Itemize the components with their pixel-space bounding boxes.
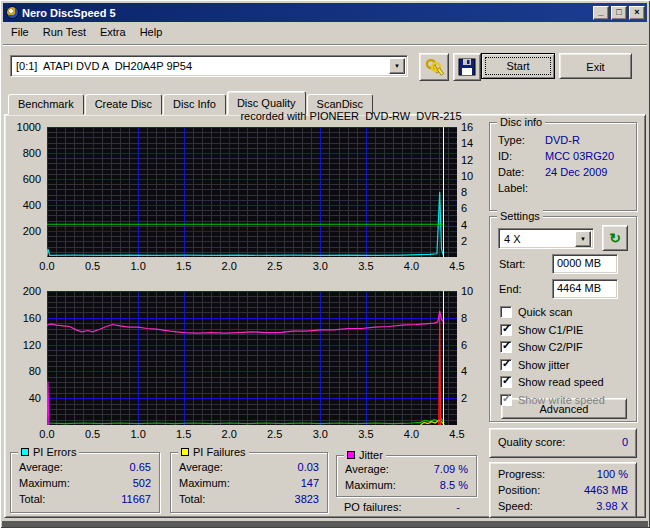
checkbox-show-c2-pif[interactable]: ✓Show C2/PIF	[500, 340, 583, 354]
minimize-icon[interactable]: _	[593, 6, 609, 20]
title-bar: Nero DiscSpeed 5 _ □ ×	[3, 3, 647, 22]
start-button[interactable]: Start	[481, 53, 555, 79]
row-label: Maximum:	[345, 479, 396, 491]
stat-row: Average:0.03	[171, 459, 327, 475]
stat-row: Progress:100 %	[490, 466, 636, 482]
close-icon[interactable]: ×	[629, 6, 645, 20]
row-value: 3823	[295, 493, 319, 505]
checkbox-quick-scan[interactable]: Quick scan	[500, 305, 572, 319]
row-value: 3.98 X	[596, 500, 628, 512]
pi-errors-legend: PI Errors	[33, 446, 76, 458]
unchecked-checkbox-icon[interactable]	[500, 306, 512, 318]
axis-tick-label: 4.0	[398, 428, 424, 440]
stat-row: Total:3823	[171, 491, 327, 507]
pi-errors-color-chip	[21, 448, 29, 456]
row-label: Average:	[345, 463, 389, 475]
axis-tick-label: 6	[461, 202, 467, 214]
quality-score-value: 0	[622, 436, 628, 448]
checkbox-show-jitter[interactable]: ✓Show jitter	[500, 358, 569, 372]
stat-row: Date:24 Dec 2009	[490, 164, 636, 180]
exit-button[interactable]: Exit	[559, 53, 632, 79]
app-window: Nero DiscSpeed 5 _ □ × FileRun TestExtra…	[0, 0, 650, 528]
axis-tick-label: 4.0	[398, 260, 424, 272]
checkbox-show-read-speed[interactable]: ✓Show read speed	[500, 375, 604, 389]
axis-tick-label: 4	[461, 365, 467, 377]
axis-tick-label: 8	[461, 312, 467, 324]
refresh-button[interactable]: ↻	[602, 225, 628, 251]
axis-tick-label: 4.5	[444, 428, 470, 440]
checked-checkbox-icon[interactable]: ✓	[500, 359, 512, 371]
checkbox-show-write-speed[interactable]: ✓Show write speed	[500, 393, 605, 407]
tab-create-disc[interactable]: Create Disc	[85, 94, 162, 115]
checkbox-label: Show C2/PIF	[518, 341, 583, 353]
checked-checkbox-icon[interactable]: ✓	[500, 341, 512, 353]
stat-row: Total:11667	[11, 491, 159, 507]
menu-item-run-test[interactable]: Run Test	[36, 24, 93, 42]
checkbox-show-c1-pie[interactable]: ✓Show C1/PIE	[500, 323, 583, 337]
axis-tick-label: 10	[461, 170, 473, 182]
menu-item-file[interactable]: File	[4, 24, 36, 42]
window-bottom-edge	[2, 520, 648, 527]
settings-group: Settings 4 X ▼ ↻ Start: 0000 MB End: 446…	[489, 216, 637, 422]
row-label: Maximum:	[179, 477, 230, 489]
stat-row: Average:7.09 %	[337, 461, 476, 477]
stat-row: ID:MCC 03RG20	[490, 148, 636, 164]
start-field-label: Start:	[499, 258, 525, 270]
drive-select-value: [0:1] ATAPI DVD A DH20A4P 9P54	[11, 60, 389, 72]
end-field[interactable]: 4464 MB	[552, 279, 618, 299]
maximize-icon[interactable]: □	[611, 6, 627, 20]
options-button[interactable]	[419, 53, 449, 81]
stat-row: Speed:3.98 X	[490, 498, 636, 514]
axis-tick-label: 1.5	[171, 428, 197, 440]
checkbox-label: Show write speed	[518, 394, 605, 406]
chevron-down-icon[interactable]: ▼	[575, 231, 591, 247]
axis-tick-label: 0.5	[80, 428, 106, 440]
axis-tick-label: 160	[10, 312, 41, 324]
chevron-down-icon[interactable]: ▼	[389, 58, 405, 74]
axis-tick-label: 200	[10, 225, 41, 237]
tab-disc-info[interactable]: Disc Info	[163, 94, 226, 115]
checked-checkbox-icon[interactable]: ✓	[500, 376, 512, 388]
menu-bar: FileRun TestExtraHelp	[4, 24, 646, 42]
checkbox-label: Show C1/PIE	[518, 324, 583, 336]
axis-tick-label: 8	[461, 186, 467, 198]
checked-checkbox-icon[interactable]: ✓	[500, 324, 512, 336]
floppy-icon	[458, 58, 476, 76]
menu-item-help[interactable]: Help	[133, 24, 170, 42]
row-label: Total:	[179, 493, 205, 505]
scan-speed-value: 4 X	[499, 233, 575, 245]
chart-plot-area	[47, 127, 457, 257]
stat-row: Label:	[490, 180, 636, 196]
axis-tick-label: 2.5	[262, 260, 288, 272]
axis-tick-label: 2.0	[216, 428, 242, 440]
axis-tick-label: 400	[10, 199, 41, 211]
axis-tick-label: 2.0	[216, 260, 242, 272]
drive-select[interactable]: [0:1] ATAPI DVD A DH20A4P 9P54 ▼	[10, 55, 408, 77]
disc-info-legend: Disc info	[497, 116, 545, 128]
refresh-icon: ↻	[609, 230, 621, 246]
axis-tick-label: 0.0	[34, 428, 60, 440]
checkbox-label: Quick scan	[518, 306, 572, 318]
axis-tick-label: 80	[10, 365, 41, 377]
speed-pie-chart: 10008006004002001614121086420.00.51.01.5…	[10, 121, 488, 274]
row-label: Label:	[498, 182, 545, 194]
end-field-label: End:	[499, 283, 522, 295]
row-label: Maximum:	[19, 477, 70, 489]
axis-tick-label: 0.5	[80, 260, 106, 272]
menu-item-extra[interactable]: Extra	[93, 24, 133, 42]
scan-speed-select[interactable]: 4 X ▼	[498, 228, 594, 249]
row-value: 24 Dec 2009	[545, 166, 607, 178]
axis-tick-label: 6	[461, 339, 467, 351]
quality-score-label: Quality score:	[498, 436, 565, 448]
start-field[interactable]: 0000 MB	[552, 254, 618, 274]
tab-benchmark[interactable]: Benchmark	[8, 94, 84, 115]
row-value: 502	[133, 477, 151, 489]
row-value: DVD-R	[545, 134, 580, 146]
axis-tick-label: 3.5	[353, 428, 379, 440]
start-button-label: Start	[485, 57, 551, 75]
checkbox-label: Show jitter	[518, 359, 569, 371]
checked-checkbox-icon[interactable]: ✓	[500, 394, 512, 406]
row-value: 11667	[121, 493, 151, 505]
row-label: Average:	[179, 461, 223, 473]
save-button[interactable]	[453, 53, 481, 81]
